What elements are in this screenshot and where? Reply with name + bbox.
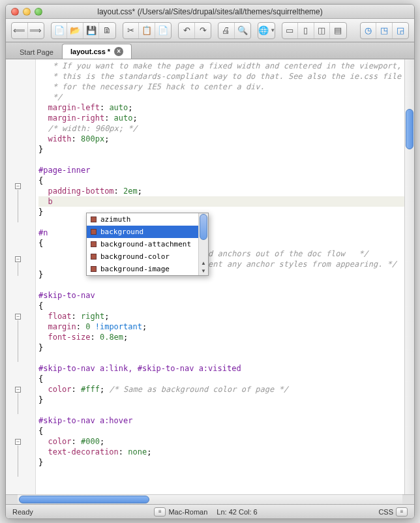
- panel4-button[interactable]: ▤: [330, 23, 346, 38]
- back-button[interactable]: ⟸: [12, 23, 28, 38]
- autocomplete-scrollbar[interactable]: ▲▼: [198, 213, 208, 275]
- file-group: 📄 📂 💾 🗎: [51, 22, 116, 39]
- autocomplete-item[interactable]: background-color: [87, 250, 208, 263]
- undo-button[interactable]: ↶: [179, 23, 195, 38]
- tool-b-button[interactable]: ◲: [393, 23, 408, 38]
- tab-label: layout.css *: [70, 48, 110, 55]
- fold-line: [18, 190, 18, 222]
- new-file-button[interactable]: 📄: [52, 23, 67, 38]
- scrollbar-thumb[interactable]: [406, 109, 413, 149]
- vertical-scrollbar[interactable]: [404, 59, 414, 494]
- web-group: 🌐▼: [258, 22, 275, 39]
- fold-toggle[interactable]: −: [15, 314, 21, 320]
- scrollbar-thumb[interactable]: [200, 214, 207, 240]
- up-arrow-icon[interactable]: ▲: [200, 259, 207, 267]
- autocomplete-item[interactable]: background-attachment: [87, 238, 208, 250]
- panel3-button[interactable]: ◫: [314, 23, 330, 38]
- fold-line: [18, 320, 18, 362]
- fold-toggle[interactable]: −: [15, 256, 21, 262]
- tab-start-page[interactable]: Start Page: [11, 45, 62, 59]
- edit-group: ✂ 📋 📄: [123, 22, 172, 39]
- tab-layout-css[interactable]: layout.css * ×: [62, 44, 132, 59]
- fold-line: [18, 263, 18, 276]
- paste-button[interactable]: 📄: [155, 23, 171, 38]
- status-position: Ln: 42 Col: 6: [217, 508, 257, 516]
- fold-toggle[interactable]: −: [15, 183, 21, 189]
- tabbar: Start Page layout.css * ×: [6, 42, 414, 59]
- encoding-icon: ≡: [154, 507, 166, 516]
- copy-button[interactable]: 📋: [139, 23, 155, 38]
- autocomplete-list: azimuth background background-attachment…: [87, 213, 208, 275]
- autocomplete-item[interactable]: background-image: [87, 263, 208, 275]
- redo-button[interactable]: ↷: [195, 23, 211, 38]
- close-icon[interactable]: ×: [114, 47, 123, 56]
- titlebar: layout.css* (/Users/al/Sites/drupal/site…: [6, 5, 414, 19]
- property-icon: [91, 254, 97, 260]
- scroll-arrows: ▲▼: [200, 259, 207, 275]
- window-title: layout.css* (/Users/al/Sites/drupal/site…: [6, 7, 414, 16]
- zoom-icon[interactable]: [35, 8, 42, 16]
- editor-area: − − − − − * If you want to make the page…: [6, 59, 414, 494]
- tab-label: Start Page: [20, 48, 53, 56]
- encoding-selector[interactable]: ≡ Mac-Roman: [154, 507, 207, 516]
- open-button[interactable]: 📂: [67, 23, 83, 38]
- autocomplete-item-selected[interactable]: background: [87, 226, 208, 238]
- language-selector[interactable]: CSS ≡: [378, 507, 408, 516]
- panel1-button[interactable]: ▭: [282, 23, 298, 38]
- panel2-button[interactable]: ▯: [298, 23, 314, 38]
- property-icon: [91, 241, 97, 247]
- forward-button[interactable]: ⟹: [28, 23, 44, 38]
- code-wrap[interactable]: * If you want to make the page a fixed w…: [36, 59, 414, 494]
- autocomplete-popup: azimuth background background-attachment…: [86, 213, 209, 276]
- view-group: ▭ ▯ ◫ ▤: [282, 22, 347, 39]
- fold-toggle[interactable]: −: [15, 439, 21, 445]
- save-button[interactable]: 💾: [83, 23, 99, 38]
- traffic-lights: [11, 8, 42, 16]
- editor-window: layout.css* (/Users/al/Sites/drupal/site…: [5, 4, 415, 519]
- property-icon: [91, 229, 97, 235]
- globe-button[interactable]: 🌐▼: [258, 23, 275, 38]
- undo-group: ↶ ↷: [178, 22, 211, 39]
- fold-line: [18, 393, 18, 414]
- fold-toggle[interactable]: −: [15, 387, 21, 393]
- toolbar: ⟸ ⟹ 📄 📂 💾 🗎 ✂ 📋 📄 ↶ ↷ 🖨 🔍 🌐▼ ▭ ▯ ◫: [6, 19, 414, 42]
- browser-button[interactable]: ◷: [361, 23, 377, 38]
- property-icon: [91, 266, 97, 272]
- fold-line: [18, 445, 18, 477]
- statusbar: Ready ≡ Mac-Roman Ln: 42 Col: 6 CSS ≡: [6, 504, 414, 518]
- language-icon: ≡: [396, 507, 408, 516]
- save-all-button[interactable]: 🗎: [99, 23, 115, 38]
- tool-a-button[interactable]: ◳: [376, 23, 393, 38]
- property-icon: [91, 217, 97, 222]
- horizontal-scroll-area: [6, 494, 414, 504]
- nav-group: ⟸ ⟹: [11, 22, 44, 39]
- scrollbar-thumb[interactable]: [19, 496, 149, 503]
- close-icon[interactable]: [11, 8, 19, 16]
- right-group: ◷ ◳ ◲: [360, 22, 409, 39]
- gutter: − − − − −: [6, 59, 36, 494]
- autocomplete-item[interactable]: azimuth: [87, 213, 208, 226]
- print-group: 🖨 🔍: [218, 22, 251, 39]
- horizontal-scrollbar[interactable]: [18, 494, 402, 504]
- preview-button[interactable]: 🔍: [235, 23, 250, 38]
- minimize-icon[interactable]: [23, 8, 31, 16]
- down-arrow-icon[interactable]: ▼: [200, 267, 207, 275]
- cut-button[interactable]: ✂: [123, 23, 140, 38]
- status-ready: Ready: [12, 508, 33, 516]
- print-button[interactable]: 🖨: [218, 23, 235, 38]
